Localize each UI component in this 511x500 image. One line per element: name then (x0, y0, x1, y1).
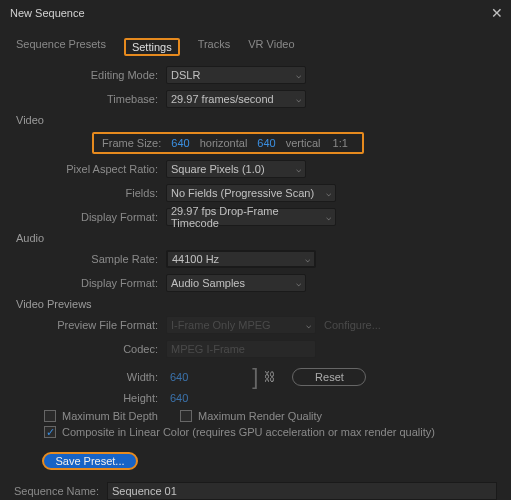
preview-file-format-value: I-Frame Only MPEG (171, 319, 271, 331)
window-title: New Sequence (10, 7, 85, 19)
fields-label: Fields: (14, 187, 166, 199)
frame-width-input[interactable]: 640 (167, 137, 193, 149)
link-icon[interactable]: ⛓ (258, 370, 282, 384)
max-bit-depth-checkbox[interactable] (44, 410, 56, 422)
max-render-quality-checkbox[interactable] (180, 410, 192, 422)
editing-mode-select[interactable]: DSLR ⌵ (166, 66, 306, 84)
sample-rate-select[interactable]: 44100 Hz ⌵ (166, 250, 316, 268)
timebase-value: 29.97 frames/second (171, 93, 274, 105)
sequence-name-label: Sequence Name: (14, 485, 99, 497)
preview-file-format-label: Preview File Format: (14, 319, 166, 331)
horizontal-label: horizontal (194, 137, 254, 149)
reset-button[interactable]: Reset (292, 368, 366, 386)
pixel-aspect-select[interactable]: Square Pixels (1.0) ⌵ (166, 160, 306, 178)
close-icon[interactable]: ✕ (491, 5, 503, 21)
fields-select[interactable]: No Fields (Progressive Scan) ⌵ (166, 184, 336, 202)
preview-file-format-select: I-Frame Only MPEG ⌵ (166, 316, 316, 334)
width-label: Width: (14, 371, 166, 383)
tab-sequence-presets[interactable]: Sequence Presets (16, 38, 106, 56)
sequence-name-input[interactable] (107, 482, 497, 500)
pixel-aspect-label: Pixel Aspect Ratio: (14, 163, 166, 175)
timebase-select[interactable]: 29.97 frames/second ⌵ (166, 90, 306, 108)
chevron-down-icon: ⌵ (326, 188, 331, 198)
max-render-quality-label: Maximum Render Quality (198, 410, 322, 422)
frame-size-label: Frame Size: (102, 137, 161, 149)
pixel-aspect-value: Square Pixels (1.0) (171, 163, 265, 175)
audio-display-format-label: Display Format: (14, 277, 166, 289)
editing-mode-value: DSLR (171, 69, 200, 81)
video-display-format-value: 29.97 fps Drop-Frame Timecode (171, 205, 326, 229)
tab-tracks[interactable]: Tracks (198, 38, 231, 56)
audio-section-label: Audio (16, 232, 497, 244)
tabs: Sequence Presets Settings Tracks VR Vide… (16, 38, 497, 56)
fields-value: No Fields (Progressive Scan) (171, 187, 314, 199)
chevron-down-icon: ⌵ (296, 164, 301, 174)
configure-button: Configure... (324, 319, 381, 331)
timebase-label: Timebase: (14, 93, 166, 105)
vertical-label: vertical (280, 137, 327, 149)
tab-vr-video[interactable]: VR Video (248, 38, 294, 56)
audio-display-format-value: Audio Samples (171, 277, 245, 289)
audio-display-format-select[interactable]: Audio Samples ⌵ (166, 274, 306, 292)
tab-settings[interactable]: Settings (124, 38, 180, 56)
codec-select: MPEG I-Frame (166, 340, 316, 358)
sample-rate-value: 44100 Hz (172, 253, 219, 265)
video-display-format-label: Display Format: (14, 211, 166, 223)
frame-size-group: Frame Size: 640 horizontal 640 vertical … (92, 132, 364, 154)
new-sequence-dialog: New Sequence ✕ Sequence Presets Settings… (0, 0, 511, 500)
chevron-down-icon: ⌵ (296, 278, 301, 288)
chevron-down-icon: ⌵ (305, 254, 310, 264)
preview-height-input: 640 (166, 392, 192, 404)
chevron-down-icon: ⌵ (306, 320, 311, 330)
max-bit-depth-label: Maximum Bit Depth (62, 410, 158, 422)
video-display-format-select[interactable]: 29.97 fps Drop-Frame Timecode ⌵ (166, 208, 336, 226)
chevron-down-icon: ⌵ (326, 212, 331, 222)
codec-label: Codec: (14, 343, 166, 355)
preview-width-input: 640 (166, 371, 192, 383)
video-section-label: Video (16, 114, 497, 126)
codec-value: MPEG I-Frame (171, 343, 245, 355)
sample-rate-label: Sample Rate: (14, 253, 166, 265)
titlebar: New Sequence ✕ (0, 0, 511, 26)
editing-mode-label: Editing Mode: (14, 69, 166, 81)
frame-height-input[interactable]: 640 (253, 137, 279, 149)
video-previews-section-label: Video Previews (16, 298, 497, 310)
composite-linear-label: Composite in Linear Color (requires GPU … (62, 426, 435, 438)
composite-linear-checkbox[interactable] (44, 426, 56, 438)
height-label: Height: (14, 392, 166, 404)
aspect-ratio-value: 1:1 (327, 137, 354, 149)
chevron-down-icon: ⌵ (296, 94, 301, 104)
chevron-down-icon: ⌵ (296, 70, 301, 80)
save-preset-button[interactable]: Save Preset... (42, 452, 138, 470)
